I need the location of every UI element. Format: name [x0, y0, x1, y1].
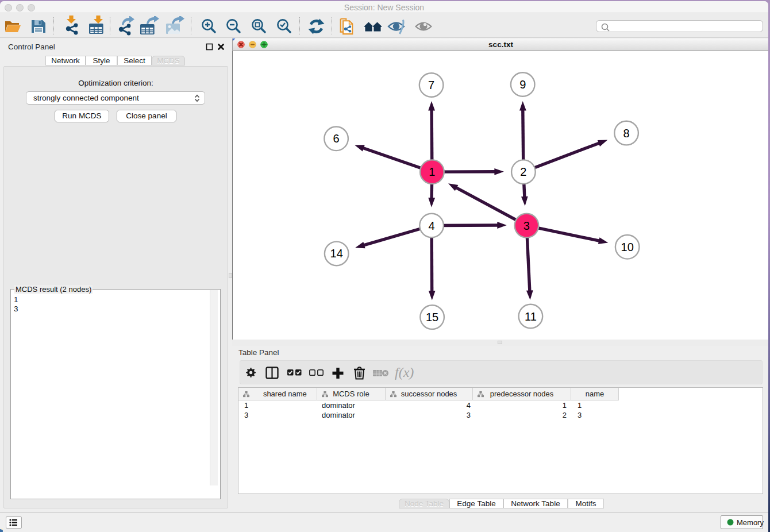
svg-text:11: 11: [525, 310, 537, 323]
svg-text:4: 4: [429, 219, 435, 232]
svg-text:6: 6: [333, 132, 340, 145]
svg-text:9: 9: [519, 78, 526, 91]
svg-text:15: 15: [426, 311, 438, 323]
svg-text:10: 10: [621, 241, 634, 253]
svg-text:8: 8: [623, 127, 630, 140]
svg-text:7: 7: [428, 79, 434, 91]
svg-text:14: 14: [330, 247, 343, 260]
svg-text:2: 2: [520, 165, 526, 178]
svg-text:3: 3: [523, 219, 530, 232]
svg-text:1: 1: [429, 165, 435, 178]
